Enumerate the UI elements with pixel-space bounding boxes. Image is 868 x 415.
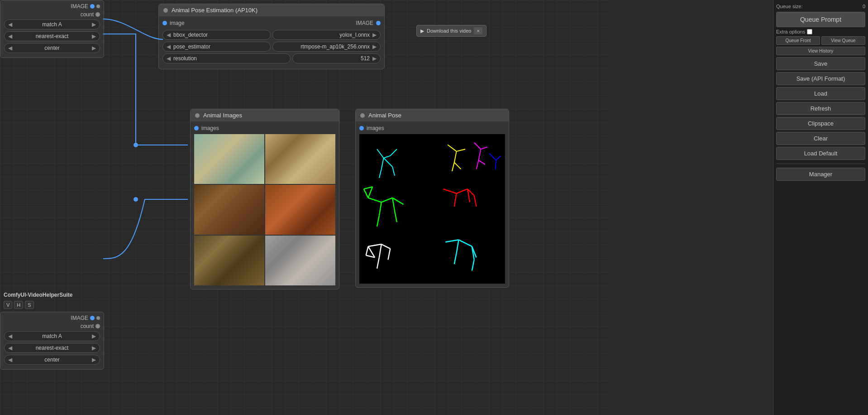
svg-line-47 bbox=[457, 240, 459, 253]
bbox-selector[interactable]: ◀ bbox_detector bbox=[162, 30, 271, 40]
resolution-selector[interactable]: ◀ resolution bbox=[162, 53, 291, 63]
svg-line-19 bbox=[478, 160, 485, 165]
resolution-row: ◀ resolution 512 ▶ bbox=[162, 53, 381, 63]
plugin-name-label: ComfyUI-VideoHelperSuite bbox=[0, 290, 104, 300]
svg-line-44 bbox=[445, 240, 458, 242]
svg-line-7 bbox=[379, 169, 382, 178]
pose-selector[interactable]: ◀ pose_estimator bbox=[162, 42, 271, 52]
download-close-btn[interactable]: × bbox=[474, 27, 482, 34]
bottom-left-node: IMAGE count ◀ match A bbox=[0, 312, 104, 370]
play-icon: ▶ bbox=[420, 28, 424, 34]
pose-skeleton-svg bbox=[359, 134, 505, 284]
nearest-exact-row: ◀ nearest-exact ▶ bbox=[4, 31, 100, 41]
svg-line-21 bbox=[382, 198, 392, 203]
queue-size-label: Queue size: bbox=[776, 4, 803, 9]
animal-images-node: Animal Images images bbox=[190, 109, 339, 290]
bl-center-row: ◀ center ▶ bbox=[4, 355, 100, 365]
animal-image-moose bbox=[194, 236, 264, 285]
match-a-selector[interactable]: ◀ match A ▶ bbox=[4, 19, 100, 29]
svg-line-26 bbox=[395, 211, 397, 222]
animal-pose-dot bbox=[360, 113, 365, 118]
save-btn[interactable]: Save bbox=[776, 57, 865, 70]
vhs-plugin-section: ComfyUI-VideoHelperSuite V H S IMAGE bbox=[0, 290, 104, 370]
pose-estimation-header: Animal Pose Estimation (AP10K) bbox=[159, 4, 384, 16]
clear-btn[interactable]: Clear bbox=[776, 132, 865, 145]
center-row: ◀ center ▶ bbox=[4, 43, 100, 53]
download-label: Download this video bbox=[427, 28, 471, 34]
manager-btn[interactable]: Manager bbox=[776, 168, 865, 181]
nearest-exact-selector[interactable]: ◀ nearest-exact ▶ bbox=[4, 31, 100, 41]
extra-options-checkbox[interactable] bbox=[807, 29, 812, 34]
sidebar-divider bbox=[776, 164, 865, 164]
image-in-dot bbox=[162, 21, 167, 25]
svg-line-29 bbox=[368, 187, 373, 198]
bl-match-a-row: ◀ match A ▶ bbox=[4, 331, 100, 341]
bbox-value-text: yolox_l.onnx bbox=[339, 32, 370, 38]
bl-right-arrow: ▶ bbox=[92, 333, 96, 339]
load-btn[interactable]: Load bbox=[776, 87, 865, 100]
animal-image-deer2 bbox=[265, 134, 335, 184]
svg-line-4 bbox=[384, 156, 391, 158]
queue-prompt-btn[interactable]: Queue Prompt bbox=[776, 12, 865, 27]
svg-line-23 bbox=[379, 202, 382, 215]
view-history-row: View History bbox=[776, 47, 865, 55]
svg-line-41 bbox=[366, 246, 368, 256]
bl-nearest-exact-selector[interactable]: ◀ nearest-exact ▶ bbox=[4, 343, 100, 353]
animal-images-title: Animal Images bbox=[203, 112, 242, 119]
vhs-icon-s: S bbox=[25, 301, 33, 309]
bbox-row: ◀ bbox_detector yolox_l.onnx ▶ bbox=[162, 30, 381, 40]
image-port-dot-right bbox=[90, 4, 95, 9]
view-queue-btn[interactable]: View Queue bbox=[821, 36, 865, 45]
match-a-value: match A bbox=[42, 21, 62, 28]
clipspace-btn[interactable]: Clipspace bbox=[776, 117, 865, 130]
svg-line-22 bbox=[392, 198, 403, 205]
images-port-label: images bbox=[201, 125, 219, 131]
pose-value-selector[interactable]: rtmpose-m_ap10k_256.onnx ▶ bbox=[272, 42, 381, 52]
svg-line-31 bbox=[457, 189, 467, 193]
queue-front-btn[interactable]: Queue Front bbox=[776, 36, 820, 45]
bbox-value-selector[interactable]: yolox_l.onnx ▶ bbox=[272, 30, 381, 40]
svg-line-25 bbox=[392, 198, 395, 211]
bl-image-text: IMAGE bbox=[71, 315, 88, 321]
canvas-area[interactable]: IMAGE count ◀ match A ▶ bbox=[0, 0, 611, 415]
left-arrow-icon: ◀ bbox=[8, 21, 12, 28]
svg-line-37 bbox=[382, 244, 391, 249]
view-history-btn[interactable]: View History bbox=[776, 47, 865, 55]
svg-line-48 bbox=[454, 253, 457, 264]
right-arrow-icon: ▶ bbox=[92, 21, 96, 28]
bl-left-arrow3: ◀ bbox=[8, 357, 12, 363]
count-port-text: count bbox=[81, 11, 94, 18]
svg-line-52 bbox=[496, 156, 501, 160]
svg-line-30 bbox=[443, 189, 456, 193]
left-arrow-icon2: ◀ bbox=[8, 33, 12, 39]
res-right-arrow: ▶ bbox=[372, 55, 377, 62]
queue-size-value: 0 bbox=[863, 4, 865, 9]
svg-line-5 bbox=[390, 149, 397, 156]
refresh-btn[interactable]: Refresh bbox=[776, 102, 865, 115]
svg-line-16 bbox=[481, 147, 487, 149]
extra-options-row: Extra options bbox=[776, 29, 865, 34]
save-api-btn[interactable]: Save (API Format) bbox=[776, 72, 865, 85]
res-left-arrow: ◀ bbox=[167, 55, 171, 62]
resolution-value-selector[interactable]: 512 ▶ bbox=[292, 53, 381, 63]
bl-nearest-exact-value: nearest-exact bbox=[36, 345, 69, 351]
bl-nearest-exact-row: ◀ nearest-exact ▶ bbox=[4, 343, 100, 353]
images-port-row: images bbox=[194, 125, 335, 131]
svg-line-8 bbox=[384, 158, 393, 167]
pose-estimation-title: Animal Pose Estimation (AP10K) bbox=[172, 7, 258, 14]
svg-line-53 bbox=[496, 160, 496, 169]
image-port-dot2 bbox=[96, 5, 100, 8]
svg-line-39 bbox=[379, 244, 382, 257]
bl-match-a-selector[interactable]: ◀ match A ▶ bbox=[4, 331, 100, 341]
match-a-row: ◀ match A ▶ bbox=[4, 19, 100, 29]
svg-line-17 bbox=[478, 149, 481, 160]
bl-center-value: center bbox=[44, 357, 59, 363]
svg-point-2 bbox=[134, 197, 138, 202]
pose-label: pose_estimator bbox=[173, 43, 210, 50]
bl-center-selector[interactable]: ◀ center ▶ bbox=[4, 355, 100, 365]
load-default-btn[interactable]: Load Default bbox=[776, 147, 865, 160]
bl-right-arrow3: ▶ bbox=[92, 357, 96, 363]
small-btn-row: Queue Front View Queue bbox=[776, 36, 865, 45]
image-port-row: IMAGE bbox=[4, 3, 100, 10]
center-selector[interactable]: ◀ center ▶ bbox=[4, 43, 100, 53]
